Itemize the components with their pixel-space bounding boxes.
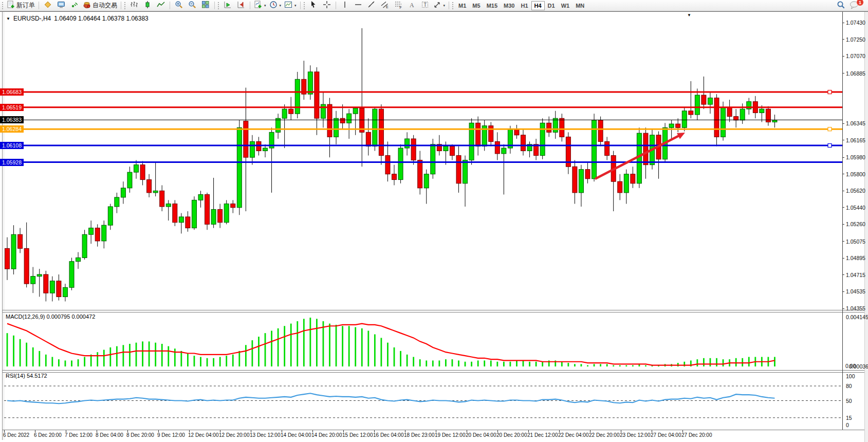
crosshair-tool-button[interactable] [320, 1, 334, 11]
bar-chart-mode-button[interactable] [127, 1, 141, 11]
title-dropdown-icon[interactable]: ▼ [6, 16, 10, 21]
timeframe-button-m5[interactable]: M5 [469, 1, 483, 10]
date-axis-label: 22 Dec 20:00 [589, 432, 620, 438]
price-axis-tick [842, 274, 844, 275]
timeframe-button-h1[interactable]: H1 [518, 1, 531, 10]
rsi-indicator-label: RSI(14) 54.5172 [6, 373, 47, 379]
vertical-line-tool-button[interactable] [338, 1, 352, 11]
zoom-in-icon [175, 1, 183, 11]
zoom-in-button[interactable] [172, 1, 186, 11]
timeframe-button-mn[interactable]: MN [572, 1, 587, 10]
price-axis-tick [842, 174, 844, 174]
price-axis-tick [842, 23, 844, 23]
date-axis-label: 20 Dec 04:00 [466, 432, 496, 438]
crosshair-icon [323, 1, 331, 11]
toolbar-separator [449, 2, 449, 9]
trendline-icon [367, 1, 376, 11]
templates-button[interactable]: ▾ [283, 1, 298, 11]
toolbar-grip[interactable] [2, 2, 4, 9]
rsi-axis-label-80: 80 [846, 383, 852, 389]
horizontal-line-icon [354, 1, 362, 11]
price-axis-label-1.05075: 1.05075 [846, 238, 865, 245]
tile-windows-icon [201, 1, 210, 11]
chevron-down-icon: ▾ [294, 4, 297, 8]
date-axis-label: 8 Dec 04:00 [96, 432, 123, 438]
toolbar-grip[interactable] [303, 2, 305, 9]
terminal-button[interactable] [54, 1, 68, 11]
date-axis-label: 27 Dec 04:00 [651, 432, 681, 438]
rsi-axis-label-15: 15 [846, 415, 852, 421]
date-axis-label: 9 Dec 12:00 [157, 432, 185, 438]
date-axis-label: 22 Dec 04:00 [558, 432, 589, 438]
timeframe-button-w1[interactable]: W1 [558, 1, 573, 10]
price-axis-label-1.05800: 1.05800 [846, 171, 865, 177]
arrows-tool-button[interactable]: ▾ [432, 1, 447, 11]
timeframe-button-h4[interactable]: H4 [531, 1, 545, 10]
horizontal-line-tool-button[interactable] [352, 1, 365, 11]
zoom-out-icon [188, 1, 196, 11]
text-label-tool-button[interactable]: T [418, 1, 432, 11]
timeframe-button-m15[interactable]: M15 [484, 1, 501, 10]
price-axis-tick [842, 191, 844, 191]
date-axis-label: 14 Dec 20:00 [311, 432, 342, 438]
rsi-panel-divider[interactable] [3, 370, 868, 373]
autotrading-icon [83, 1, 91, 11]
date-axis-divider [3, 430, 868, 430]
chart-symbol-period: EURUSD-,H4 [13, 15, 51, 22]
chat-button[interactable]: 1 [847, 1, 861, 11]
date-axis-label: 12 Dec 04:00 [188, 432, 219, 438]
price-axis-label-1.06885: 1.06885 [846, 70, 865, 77]
chart-shift-marker-icon[interactable]: ▼ [687, 13, 691, 17]
fibonacci-tool-button[interactable]: F [392, 1, 405, 11]
periods-button[interactable]: ▾ [268, 1, 283, 11]
fibonacci-icon: F [394, 1, 402, 11]
channel-tool-button[interactable]: E [378, 1, 392, 11]
price-axis-label-1.04895: 1.04895 [846, 255, 865, 261]
macd-axis-max-label: 0.004145 [846, 314, 868, 320]
tile-windows-button[interactable] [199, 1, 212, 11]
toolbar-separator [214, 2, 215, 9]
cursor-tool-button[interactable] [307, 1, 320, 11]
rsi-axis-label-100: 100 [846, 373, 855, 379]
line-chart-mode-button[interactable] [154, 1, 168, 11]
price-chart-canvas[interactable] [0, 0, 868, 442]
text-label-icon: T [421, 1, 429, 11]
price-axis-tick [842, 291, 844, 292]
macd-panel-divider[interactable] [3, 310, 868, 312]
bar-chart-icon [130, 1, 138, 11]
new-order-button[interactable]: 新订单 [5, 1, 36, 11]
autotrading-button[interactable]: 自动交易 [81, 1, 119, 11]
date-axis-label: 21 Dec 12:00 [527, 432, 558, 438]
price-axis-tick [842, 258, 844, 259]
date-axis-label: 27 Dec 20:00 [681, 432, 712, 438]
svg-text:F: F [399, 5, 401, 9]
toolbar-grip[interactable] [452, 2, 454, 9]
signal-icon [70, 1, 79, 11]
price-axis-tick [842, 224, 844, 225]
text-tool-button[interactable]: A [405, 1, 418, 11]
date-axis-label: 6 Dec 2022 [3, 432, 29, 438]
new-order-label: 新订单 [16, 1, 35, 10]
candlestick-mode-button[interactable] [141, 1, 154, 11]
strategy-tester-button[interactable] [68, 1, 81, 11]
auto-scroll-button[interactable] [221, 1, 234, 11]
price-tag-1.06284: 1.06284 [0, 125, 24, 133]
chart-title: ▼ EURUSD-,H4 1.06409 1.06464 1.06378 1.0… [6, 15, 149, 22]
toolbar-grip[interactable] [124, 2, 126, 9]
timeframe-button-m30[interactable]: M30 [501, 1, 518, 10]
date-axis-label: 14 Dec 04:00 [281, 432, 311, 438]
timeframe-button-d1[interactable]: D1 [545, 1, 558, 10]
timeframe-button-m1[interactable]: M1 [455, 1, 469, 10]
timeframe-toolbar: M1M5M15M30H1H4D1W1MN [455, 1, 587, 10]
indicators-button[interactable]: ▾ [252, 1, 268, 11]
chart-shift-button[interactable] [234, 1, 248, 11]
search-button[interactable] [834, 1, 847, 11]
metaeditor-button[interactable] [41, 1, 54, 11]
line-chart-icon [157, 1, 165, 11]
chart-shift-icon [237, 1, 245, 11]
price-axis-label-1.04715: 1.04715 [846, 272, 865, 278]
toolbar-grip[interactable] [217, 2, 219, 9]
zoom-out-button[interactable] [186, 1, 199, 11]
trendline-tool-button[interactable] [365, 1, 378, 11]
main-toolbar: 新订单 自动交易 ▾ ▾ ▾ E F [0, 0, 868, 11]
